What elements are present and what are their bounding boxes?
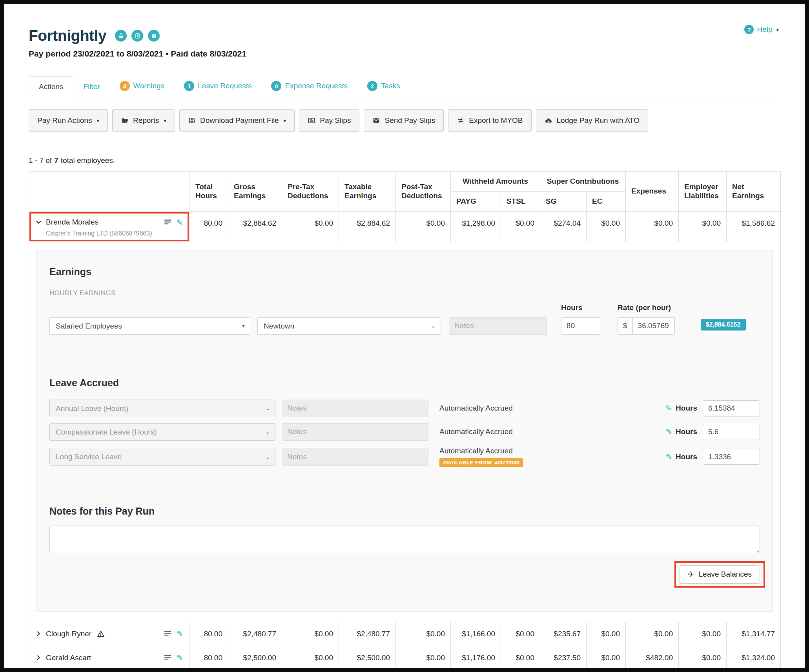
tasks-count-badge: 2 xyxy=(367,81,377,91)
pay-run-notes-textarea[interactable] xyxy=(49,526,760,553)
send-pay-slips-button[interactable]: Send Pay Slips xyxy=(364,109,444,132)
lodge-pay-run-ato-button[interactable]: Lodge Pay Run with ATO xyxy=(536,109,649,132)
pay-run-notes-icon[interactable] xyxy=(163,653,172,662)
table-row: Brenda Morales ✎ Casper's Training LTD (… xyxy=(29,211,781,242)
employee-name[interactable]: Brenda Morales xyxy=(46,218,98,226)
cell-payg: $1,176.00 xyxy=(451,646,501,668)
employee-detail-row: Earnings HOURLY EARNINGS Salaried Employ… xyxy=(29,242,781,622)
accrual-status: Automatically Accrued xyxy=(439,404,513,413)
cell-stsl: $0.00 xyxy=(501,211,540,242)
cell-total-hours: 80.00 xyxy=(190,646,228,668)
rate-label: Rate (per hour) xyxy=(618,303,675,312)
col-posttax-deductions: Post-Tax Deductions xyxy=(396,172,451,212)
chevron-down-icon: ▾ xyxy=(284,118,286,124)
hours-label: Hours xyxy=(676,427,697,436)
leave-balances-button[interactable]: ✈ Leave Balances xyxy=(680,565,760,584)
expense-requests-count-badge: 0 xyxy=(271,81,281,91)
edit-icon[interactable]: ✎ xyxy=(176,630,183,638)
chevron-down-icon: ▾ xyxy=(164,118,166,124)
cell-expenses: $0.00 xyxy=(626,622,679,646)
help-menu[interactable]: ? Help ▾ xyxy=(744,25,779,34)
col-employer-liabilities: Employer Liabilities xyxy=(679,172,727,212)
leave-row: Annual Leave (Hours) ⌄ Automatically Acc… xyxy=(49,400,760,417)
leave-hours-input[interactable] xyxy=(703,400,760,416)
cell-pretax-deductions: $0.00 xyxy=(282,211,339,242)
edit-hours-icon[interactable]: ✎ xyxy=(665,404,672,412)
pay-run-notes-icon[interactable] xyxy=(163,218,172,227)
cell-net-earnings: $1,324.00 xyxy=(727,646,781,668)
tab-filter[interactable]: Filter xyxy=(73,77,109,97)
cell-pretax-deductions: $0.00 xyxy=(282,622,339,646)
col-payg: PAYG xyxy=(451,191,501,211)
button-label: Pay Slips xyxy=(320,116,351,125)
edit-icon[interactable]: ✎ xyxy=(176,218,183,226)
cell-gross-earnings: $2,480.77 xyxy=(228,622,282,646)
col-pretax-deductions: Pre-Tax Deductions xyxy=(282,172,339,212)
cell-taxable-earnings: $2,480.77 xyxy=(339,622,396,646)
expand-chevron-icon[interactable] xyxy=(35,654,42,661)
pay-run-notes-icon[interactable] xyxy=(163,629,172,638)
collapse-chevron-icon[interactable] xyxy=(35,219,42,226)
edit-icon[interactable]: ✎ xyxy=(176,654,183,662)
edit-hours-icon[interactable]: ✎ xyxy=(665,428,672,436)
hours-label: Hours xyxy=(676,453,697,461)
envelope-icon xyxy=(148,30,160,42)
table-row: Clough Ryner ✎ 80.00 $2,480.77 $0.00 $2,… xyxy=(29,622,781,646)
cell-gross-earnings: $2,884.62 xyxy=(228,211,282,242)
employee-name[interactable]: Gerald Ascart xyxy=(46,654,91,662)
leave-accrued-list: Annual Leave (Hours) ⌄ Automatically Acc… xyxy=(49,400,760,467)
accrual-status: Automatically Accrued xyxy=(439,427,513,436)
cell-total-hours: 80.00 xyxy=(190,622,228,646)
earnings-heading: Earnings xyxy=(49,266,760,278)
cell-employer-liabilities: $0.00 xyxy=(679,646,727,668)
cell-taxable-earnings: $2,500.00 xyxy=(339,646,396,668)
employee-name[interactable]: Clough Ryner xyxy=(46,630,91,638)
leave-hours-input[interactable] xyxy=(703,424,760,440)
employee-company: Casper's Training LTD (58606879663) xyxy=(46,230,183,237)
pay-slips-button[interactable]: Pay Slips xyxy=(299,109,359,132)
export-arrows-icon xyxy=(457,117,465,124)
col-total-hours: Total Hours xyxy=(190,172,228,212)
leave-notes-input xyxy=(282,423,429,441)
group-withheld-amounts: Withheld Amounts xyxy=(451,172,540,192)
tab-actions[interactable]: Actions xyxy=(29,76,73,97)
employee-count: 1 - 7 of7total employees. xyxy=(29,156,780,165)
group-super-contributions: Super Contributions xyxy=(540,172,626,192)
tab-expense-requests[interactable]: 0 Expense Requests xyxy=(261,75,357,97)
currency-addon: $ xyxy=(618,317,632,335)
tab-leave-requests[interactable]: 1 Leave Requests xyxy=(174,75,261,97)
screenshot-frame: ? Help ▾ Fortnightly Pay period 23/02/20… xyxy=(0,0,809,672)
rate-input[interactable] xyxy=(632,317,675,335)
leave-row: Compassionate Leave (Hours) ⌄ Automatica… xyxy=(49,423,760,441)
pay-run-actions-button[interactable]: Pay Run Actions ▾ xyxy=(29,109,108,132)
cloud-upload-icon xyxy=(545,117,552,124)
leave-category-select: Long Service Leave xyxy=(49,448,275,466)
count-prefix: 1 - 7 of xyxy=(29,156,52,165)
warnings-count-badge: 4 xyxy=(120,81,130,91)
pay-category-select[interactable]: Salaried Employees xyxy=(49,317,250,335)
col-stsl: STSL xyxy=(501,191,540,211)
location-select[interactable]: Newtown xyxy=(257,317,441,335)
employee-detail-panel: Earnings HOURLY EARNINGS Salaried Employ… xyxy=(36,250,773,612)
page-header: Fortnightly xyxy=(29,27,780,44)
col-expenses: Expenses xyxy=(626,172,679,212)
export-to-myob-button[interactable]: Export to MYOB xyxy=(448,109,531,132)
tab-tasks[interactable]: 2 Tasks xyxy=(357,75,410,97)
cell-total-hours: 80.00 xyxy=(190,211,228,242)
tab-warnings[interactable]: 4 Warnings xyxy=(110,75,175,97)
warning-icon xyxy=(97,630,105,638)
cell-ec: $0.00 xyxy=(587,211,626,242)
employee-column-header xyxy=(29,172,190,212)
expand-chevron-icon[interactable] xyxy=(35,630,42,637)
col-sg: SG xyxy=(540,191,587,211)
edit-hours-icon[interactable]: ✎ xyxy=(665,453,672,461)
hours-label: Hours xyxy=(676,404,697,413)
envelope-icon xyxy=(372,117,380,124)
employee-table: Total Hours Gross Earnings Pre-Tax Deduc… xyxy=(29,171,781,668)
earnings-notes-input xyxy=(449,317,547,335)
download-payment-file-button[interactable]: Download Payment File ▾ xyxy=(179,109,295,132)
leave-hours-input[interactable] xyxy=(703,449,760,465)
hours-input[interactable] xyxy=(561,317,600,335)
reports-button[interactable]: Reports ▾ xyxy=(112,109,175,132)
cell-ec: $0.00 xyxy=(587,646,626,668)
